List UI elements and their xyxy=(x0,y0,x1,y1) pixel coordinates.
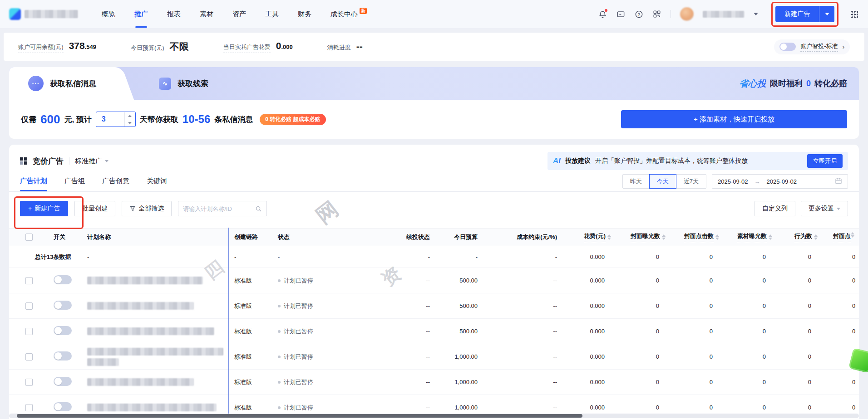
more-settings-button[interactable]: 更多设置 xyxy=(801,201,848,216)
plan-search-input[interactable] xyxy=(183,205,255,212)
column-header-label: 今日预算 xyxy=(454,233,478,241)
status-text: 计划已暂停 xyxy=(284,353,313,361)
search-icon[interactable] xyxy=(255,205,262,212)
plan-switch-toggle[interactable] xyxy=(54,351,72,361)
plan-cell-cost: -- xyxy=(486,353,565,360)
avatar[interactable] xyxy=(680,7,694,21)
days-stepper xyxy=(96,112,136,127)
tab-广告计划[interactable]: 广告计划 xyxy=(20,177,47,191)
sort-icon[interactable] xyxy=(662,234,666,240)
promo-estimate-line: 仅需 600 元, 预计 天帮你获取 10-56 条私信消息 0 转化必赔 超成… xyxy=(21,112,326,127)
sort-icon[interactable] xyxy=(715,234,719,240)
horizontal-scrollbar-track[interactable] xyxy=(9,414,859,418)
column-header-label: 封面曝光数 xyxy=(631,232,660,242)
plan-cell-budget: 500.00 xyxy=(438,277,486,284)
plan-cell-budget: 1,000.00 xyxy=(438,379,486,385)
create-ad-split-button[interactable]: 新建广告 xyxy=(775,6,834,22)
nav-tab-工具[interactable]: 工具 xyxy=(265,0,279,28)
plan-name-cell[interactable] xyxy=(82,327,227,335)
sort-icon[interactable] xyxy=(851,232,854,242)
platform-logo[interactable] xyxy=(9,8,78,20)
tab-get-private-messages[interactable]: ··· 获取私信消息 xyxy=(9,67,113,100)
stepper-up-icon[interactable] xyxy=(125,112,135,119)
new-ad-button[interactable]: + 新建广告 xyxy=(20,201,68,216)
date-quick-今天[interactable]: 今天 xyxy=(649,174,676,189)
create-ad-dropdown-button[interactable] xyxy=(819,6,834,22)
filter-all-button[interactable]: 全部筛选 xyxy=(122,201,172,216)
summary-metric: 消耗进度-- xyxy=(327,41,363,53)
status-dot-icon xyxy=(278,279,281,282)
row-checkbox[interactable] xyxy=(25,353,33,361)
plan-name-cell[interactable] xyxy=(82,378,227,386)
plan-cell-spend: 0.000 xyxy=(565,404,613,411)
plan-cell-spend: 0.000 xyxy=(565,277,613,284)
plan-cell-status: 计划已暂停 xyxy=(272,327,402,336)
row-checkbox[interactable] xyxy=(25,328,33,335)
plan-name-cell[interactable] xyxy=(82,404,227,411)
row-checkbox[interactable] xyxy=(25,302,33,310)
days-input[interactable] xyxy=(96,112,124,127)
add-material-button[interactable]: + 添加素材，快速开启投放 xyxy=(621,110,847,128)
stepper-down-icon[interactable] xyxy=(125,119,135,127)
select-all-checkbox[interactable] xyxy=(25,234,33,241)
smart-invest-toggle[interactable] xyxy=(779,43,796,51)
plan-cell-spend: 0.000 xyxy=(565,353,613,360)
plan-cell-resume: -- xyxy=(402,379,438,385)
date-range-picker[interactable]: 2025-09-02 → 2025-09-02 xyxy=(712,174,848,189)
nav-tab-成长中心[interactable]: 成长中心新 xyxy=(330,0,367,28)
promotion-mode-select[interactable]: 标准推广 xyxy=(75,157,108,166)
column-header-resume: 续投状态 xyxy=(402,233,438,241)
horizontal-scrollbar-thumb[interactable] xyxy=(17,414,582,418)
create-ad-button[interactable]: 新建广告 xyxy=(775,6,819,22)
batch-create-button[interactable]: 批量创建 xyxy=(74,201,115,216)
plan-cell-cover_exposure: 0 xyxy=(613,404,667,411)
bidding-ads-card: 竞价广告 标准推广 AI 投放建议 开启「账户智投」并配置目标成本，统筹账户整体… xyxy=(9,145,859,419)
total-cell-cover_click: 0 xyxy=(667,253,721,260)
plan-switch-toggle[interactable] xyxy=(54,326,72,335)
total-cell-status: - xyxy=(272,253,402,260)
plan-cell-cover_click: 0 xyxy=(667,379,721,385)
sort-icon[interactable] xyxy=(607,234,611,240)
plan-name-cell[interactable] xyxy=(82,348,227,366)
tab-广告组[interactable]: 广告组 xyxy=(64,177,85,191)
tab-get-leads[interactable]: ∿ 获取线索 xyxy=(159,67,208,100)
plan-name-cell[interactable] xyxy=(82,277,227,284)
banner-tail: 转化必赔 xyxy=(814,78,847,89)
plan-switch-toggle[interactable] xyxy=(54,301,72,310)
nav-tab-财务[interactable]: 财务 xyxy=(298,0,311,28)
apps-grid-icon[interactable] xyxy=(850,10,859,19)
date-quick-昨天[interactable]: 昨天 xyxy=(622,174,650,189)
customize-columns-button[interactable]: 自定义列 xyxy=(755,201,795,216)
qr-code-icon[interactable] xyxy=(652,10,661,19)
enable-now-button[interactable]: 立即开启 xyxy=(807,154,843,168)
nav-tab-推广[interactable]: 推广 xyxy=(134,0,148,28)
message-icon[interactable] xyxy=(616,10,625,19)
tab-关键词[interactable]: 关键词 xyxy=(147,177,167,191)
plan-switch-toggle[interactable] xyxy=(54,377,72,386)
account-chevron-down-icon[interactable] xyxy=(754,13,758,15)
plan-switch-toggle[interactable] xyxy=(54,402,72,411)
row-checkbox[interactable] xyxy=(25,277,33,284)
help-icon[interactable]: ? xyxy=(634,10,643,19)
plan-switch-toggle[interactable] xyxy=(54,275,72,284)
column-header-material_exposure: 素材曝光数 xyxy=(721,232,774,242)
divider xyxy=(671,10,671,18)
sort-icon[interactable] xyxy=(814,234,818,240)
plan-cell-material_exposure: 0 xyxy=(721,277,774,284)
bell-icon[interactable] xyxy=(598,10,607,19)
plan-name-cell[interactable] xyxy=(82,302,227,310)
nav-tab-素材[interactable]: 素材 xyxy=(200,0,213,28)
total-cell-link: - xyxy=(227,253,272,260)
chevron-right-icon[interactable]: › xyxy=(843,44,844,50)
row-checkbox[interactable] xyxy=(25,379,33,386)
plan-cell-last: 0 xyxy=(819,379,859,385)
sort-icon[interactable] xyxy=(769,234,772,240)
nav-tab-报表[interactable]: 报表 xyxy=(167,0,181,28)
plan-cell-link: 标准版 xyxy=(227,327,272,336)
nav-tab-资产[interactable]: 资产 xyxy=(232,0,246,28)
row-checkbox[interactable] xyxy=(25,404,33,411)
plan-cell-resume: -- xyxy=(402,328,438,335)
tab-广告创意[interactable]: 广告创意 xyxy=(102,177,129,191)
date-quick-近7天[interactable]: 近7天 xyxy=(676,174,706,189)
nav-tab-概览[interactable]: 概览 xyxy=(102,0,115,28)
